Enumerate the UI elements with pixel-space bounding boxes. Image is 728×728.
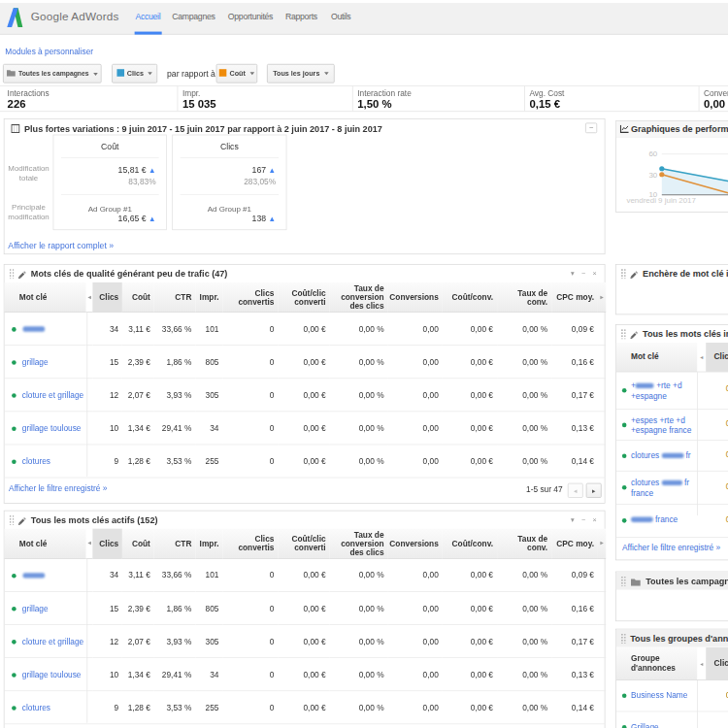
svg-text:60: 60 [648, 149, 657, 158]
svg-text:vendredi 9 juin 2017: vendredi 9 juin 2017 [626, 196, 696, 205]
svg-text:30: 30 [648, 171, 657, 180]
